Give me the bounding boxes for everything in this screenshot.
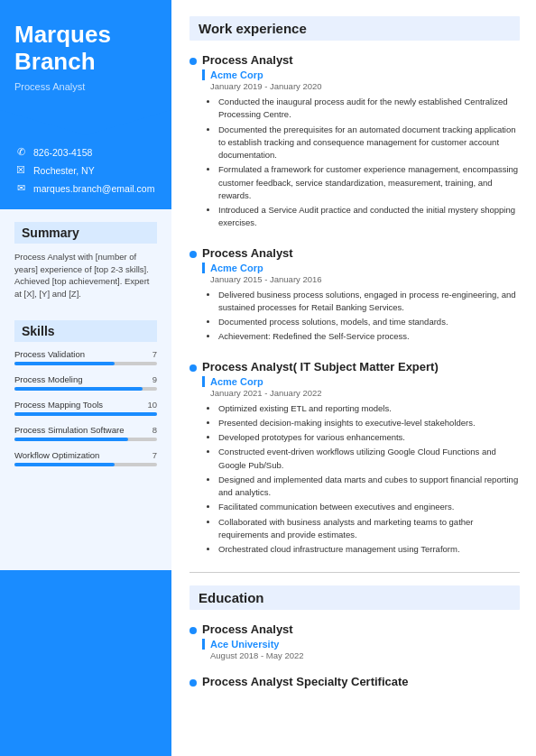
edu-school: Ace University — [202, 639, 520, 650]
bullet-item: Collaborated with business analysts and … — [218, 516, 520, 542]
job-block: Process Analyst Acme Corp January 2015 -… — [189, 246, 520, 344]
skills-title: Skills — [14, 320, 157, 342]
skill-bar-fill — [14, 387, 143, 391]
bullet-item: Orchestrated cloud infrastructure manage… — [218, 543, 520, 556]
bullet-item: Presented decision-making insights to ex… — [218, 417, 520, 429]
sidebar-header: Marques Branch Process Analyst — [0, 0, 171, 110]
location-contact: ☒ Rochester, NY — [14, 164, 157, 177]
skills-list: Process Validation 7 Process Modeling 9 … — [14, 349, 157, 466]
skill-score: 7 — [152, 450, 157, 460]
contact-section: ✆ 826-203-4158 ☒ Rochester, NY ✉ marques… — [0, 135, 171, 209]
skill-score: 7 — [152, 349, 157, 359]
skill-bar-fill — [14, 463, 115, 466]
job-dates: January 2019 - January 2020 — [202, 81, 520, 91]
skill-bar-bg — [14, 438, 157, 441]
job-bullets: Optimized existing ETL and reporting mod… — [202, 402, 520, 557]
sidebar: Marques Branch Process Analyst ✆ 826-203… — [0, 0, 171, 756]
skill-item: Workflow Optimization 7 — [14, 450, 157, 466]
edu-degree: Process Analyst — [202, 622, 520, 636]
skill-bar-fill — [14, 438, 128, 441]
skill-bar-bg — [14, 362, 157, 365]
sidebar-lower: Summary Process Analyst with [number of … — [0, 209, 171, 570]
location-icon: ☒ — [14, 164, 27, 177]
job-bullets: Conducted the inaugural process audit fo… — [202, 96, 520, 230]
bullet-item: Achievement: Redefined the Self-Service … — [218, 330, 520, 343]
phone-icon: ✆ — [14, 146, 27, 159]
skill-name: Process Validation — [14, 349, 85, 359]
skill-bar-bg — [14, 412, 157, 416]
bullet-item: Documented process solutions, models, an… — [218, 316, 520, 328]
job-block: Process Analyst Acme Corp January 2019 -… — [189, 53, 520, 230]
education-list: Process Analyst Ace University August 20… — [189, 622, 520, 688]
job-bullets: Delivered business process solutions, en… — [202, 289, 520, 344]
skills-section: Skills Process Validation 7 Process Mode… — [0, 308, 171, 483]
email-contact: ✉ marques.branch@email.com — [14, 182, 157, 195]
skill-bar-bg — [14, 463, 157, 466]
main-content: Work experience Process Analyst Acme Cor… — [171, 0, 536, 756]
location-text: Rochester, NY — [33, 165, 95, 176]
bullet-item: Delivered business process solutions, en… — [218, 289, 520, 315]
job-company: Acme Corp — [202, 69, 520, 80]
phone-number: 826-203-4158 — [33, 147, 92, 158]
svg-marker-0 — [0, 110, 171, 135]
job-block: Process Analyst( IT Subject Matter Exper… — [189, 360, 520, 557]
bullet-item: Formulated a framework for customer expe… — [218, 163, 520, 202]
skill-name: Process Modeling — [14, 374, 83, 384]
summary-text: Process Analyst with [number of years] e… — [14, 251, 157, 300]
section-divider — [189, 572, 520, 573]
candidate-title: Process Analyst — [14, 81, 157, 92]
skill-bar-bg — [14, 387, 157, 391]
education-block: Process Analyst Ace University August 20… — [189, 622, 520, 660]
jobs-list: Process Analyst Acme Corp January 2019 -… — [189, 53, 520, 556]
job-dates: January 2021 - January 2022 — [202, 388, 520, 398]
bullet-item: Optimized existing ETL and reporting mod… — [218, 402, 520, 415]
bullet-item: Facilitated communication between execut… — [218, 501, 520, 513]
job-title: Process Analyst — [202, 246, 520, 260]
education-title: Education — [189, 585, 520, 610]
skill-item: Process Simulation Software 8 — [14, 425, 157, 441]
skill-name: Process Mapping Tools — [14, 400, 103, 410]
skill-item: Process Validation 7 — [14, 349, 157, 365]
skill-item: Process Mapping Tools 10 — [14, 400, 157, 416]
email-text: marques.branch@email.com — [33, 183, 154, 194]
skill-score: 10 — [147, 400, 157, 410]
job-dates: January 2015 - January 2016 — [202, 274, 520, 284]
skill-score: 8 — [152, 425, 157, 435]
skill-bar-fill — [14, 362, 115, 365]
bullet-item: Constructed event-driven workflows utili… — [218, 446, 520, 472]
skill-item: Process Modeling 9 — [14, 374, 157, 391]
job-company: Acme Corp — [202, 263, 520, 273]
bullet-item: Documented the prerequisites for an auto… — [218, 124, 520, 162]
skill-name: Workflow Optimization — [14, 450, 99, 460]
education-block: Process Analyst Specialty Certificate — [189, 675, 520, 688]
skill-name: Process Simulation Software — [14, 425, 124, 435]
summary-section: Summary Process Analyst with [number of … — [0, 209, 171, 308]
skill-score: 9 — [152, 374, 157, 384]
edu-dates: August 2018 - May 2022 — [202, 650, 520, 660]
edu-degree: Process Analyst Specialty Certificate — [202, 675, 520, 688]
work-experience-title: Work experience — [189, 16, 520, 41]
job-title: Process Analyst( IT Subject Matter Exper… — [202, 360, 520, 373]
candidate-name: Marques Branch — [14, 22, 157, 76]
bullet-item: Introduced a Service Audit practice and … — [218, 204, 520, 230]
job-title: Process Analyst — [202, 53, 520, 67]
bullet-item: Conducted the inaugural process audit fo… — [218, 96, 520, 122]
bullet-item: Developed prototypes for various enhance… — [218, 431, 520, 444]
skill-bar-fill — [14, 412, 157, 416]
bullet-item: Designed and implemented data marts and … — [218, 474, 520, 500]
job-company: Acme Corp — [202, 376, 520, 387]
email-icon: ✉ — [14, 182, 27, 195]
phone-contact: ✆ 826-203-4158 — [14, 146, 157, 159]
summary-title: Summary — [14, 222, 157, 244]
